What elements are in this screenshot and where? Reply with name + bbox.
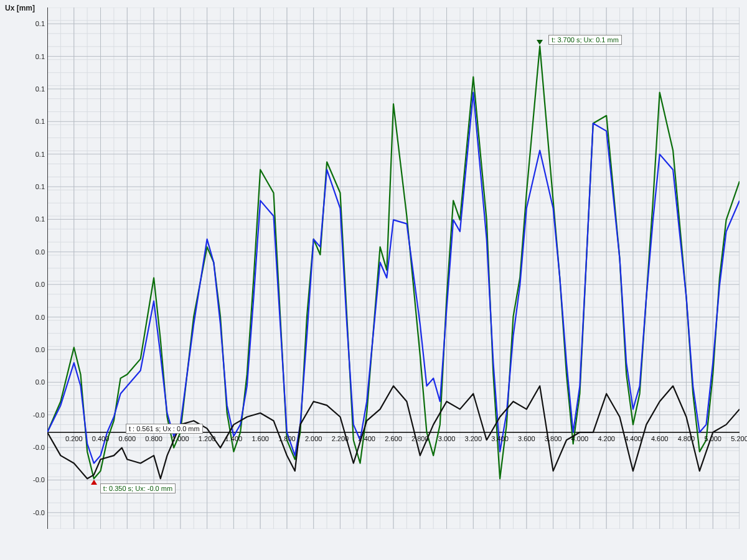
x-tick: 3.600 [518,435,535,442]
x-tick: 2.400 [358,435,375,442]
y-tick: 0.1 [35,215,45,223]
chart-frame: { "chart_data": { "type": "line", "title… [0,0,747,560]
x-tick: 5.200 [731,435,747,442]
x-tick: 4.600 [651,435,669,442]
x-tick: 2.600 [385,435,402,442]
y-tick: -0.0 [33,444,45,451]
x-tick: 0.800 [145,435,162,442]
x-tick: 3.800 [545,435,562,442]
y-tick: 0.0 [35,314,45,321]
chart-svg [47,7,740,529]
x-tick: 1.200 [199,435,216,442]
x-tick: 4.800 [678,435,695,442]
annotation-label: t: 3.700 s; Ux: 0.1 mm [548,35,622,45]
max-marker-icon [537,40,543,45]
y-tick: -0.0 [33,509,45,516]
annotation-label: t : 0.561 s; Ux : 0.0 mm [126,424,203,434]
plot-area[interactable] [47,7,740,529]
y-tick: 0.1 [35,151,45,158]
y-tick: 0.1 [35,183,45,190]
x-tick: 1.800 [278,435,296,442]
y-tick: 0.1 [35,85,45,93]
y-tick: 0.1 [35,53,45,60]
y-tick: 0.1 [35,20,45,27]
x-tick: 3.200 [465,435,482,442]
x-tick: 5.000 [704,435,721,442]
x-tick: 2.800 [411,435,429,442]
x-tick: 1.000 [172,435,189,442]
x-tick: 3.400 [491,435,509,442]
x-tick: 3.000 [438,435,456,442]
x-tick: 4.000 [571,435,589,442]
x-tick: 0.600 [119,435,136,442]
x-tick: 0.200 [65,435,83,442]
x-tick: 1.400 [225,435,243,442]
x-tick: 2.000 [305,435,322,442]
x-tick: 4.200 [598,435,615,442]
y-tick: 0.0 [35,378,45,386]
y-tick: 0.0 [35,346,45,353]
x-tick: 4.400 [624,435,642,442]
y-tick: -0.0 [33,411,45,419]
y-axis-label: Ux [mm] [5,4,35,12]
min-marker-icon [91,480,97,485]
x-tick: 1.600 [251,435,269,442]
x-tick: 0.400 [92,435,110,442]
annotation-label: t: 0.350 s; Ux: -0.0 mm [100,483,176,493]
y-tick: 0.0 [35,281,45,288]
y-tick: 0.0 [35,248,45,256]
x-tick: 2.200 [332,435,349,442]
y-tick: -0.0 [33,476,45,483]
y-tick: 0.1 [35,118,45,125]
